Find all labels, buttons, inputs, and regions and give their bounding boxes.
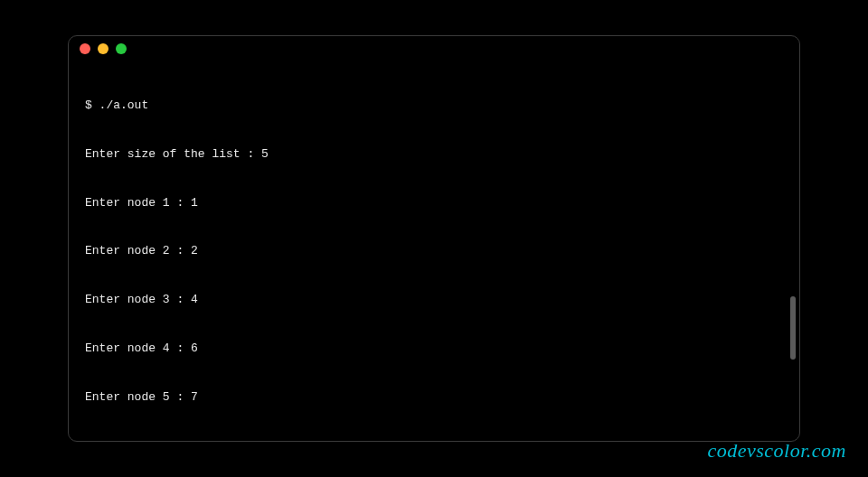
maximize-icon[interactable] — [116, 43, 127, 54]
close-icon[interactable] — [80, 43, 90, 54]
terminal-line: Enter node 2 : 2 — [85, 243, 783, 259]
terminal-line: Length found using recursion : 5 — [85, 438, 783, 441]
terminal-line: Enter node 3 : 4 — [85, 292, 783, 308]
terminal-line: Enter size of the list : 5 — [85, 146, 783, 163]
terminal-window: $ ./a.out Enter size of the list : 5 Ent… — [68, 35, 800, 442]
terminal-line: Enter node 5 : 7 — [85, 389, 783, 406]
minimize-icon[interactable] — [98, 43, 108, 54]
window-titlebar — [69, 36, 799, 61]
scrollbar-thumb[interactable] — [790, 296, 796, 360]
terminal-line: Enter node 1 : 1 — [85, 195, 783, 211]
terminal-line: $ ./a.out — [85, 98, 783, 114]
terminal-line: Enter node 4 : 6 — [85, 341, 783, 357]
terminal-body[interactable]: $ ./a.out Enter size of the list : 5 Ent… — [69, 61, 799, 441]
watermark-text: codevscolor.com — [707, 439, 846, 463]
